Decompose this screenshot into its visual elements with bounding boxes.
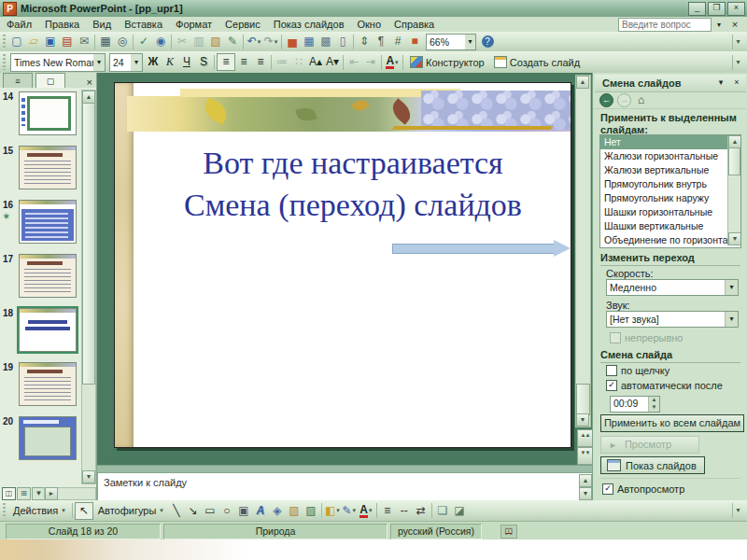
minimize-button[interactable]: _ [688,2,706,16]
ask-question-input[interactable] [618,18,712,32]
select-objects-icon[interactable]: ↖ [75,502,93,520]
sound-select[interactable]: [Нет звука] ▾ [606,311,739,328]
toolbar-options-icon[interactable]: ▾ [732,55,743,70]
open-icon[interactable]: ▱ [25,34,42,49]
menu-item-5[interactable]: Формат [169,17,218,32]
decrease-indent-icon[interactable]: ⇤ [345,54,362,70]
increase-indent-icon[interactable]: ⇥ [362,54,379,70]
zoom-select[interactable]: 66%▾ [426,34,476,50]
normal-view-button[interactable]: ◫ [2,487,16,500]
scroll-down-icon[interactable]: ▼ [579,487,592,500]
thumbnails-scrollbar[interactable]: ▲ ▼ [81,90,96,484]
font-size-select[interactable]: 24 ▾ [109,53,143,72]
format-painter-icon[interactable]: ✎ [224,34,241,49]
slide-sorter-view-button[interactable]: ⊞ [17,487,31,500]
draw-font-color-icon[interactable]: А▾ [358,503,374,519]
scroll-right-icon[interactable]: ► [45,487,58,500]
toolbar-grip[interactable] [3,35,6,49]
underline-icon[interactable]: Ч [178,54,195,70]
transition-list-scrollbar[interactable]: ▲ ▼ [727,135,740,245]
toolbar-options-icon[interactable]: ▾ [732,503,743,518]
tab-slides[interactable]: ▢ [35,73,65,88]
scroll-down-icon[interactable]: ▼ [576,413,589,427]
slide-thumbnail-17[interactable] [19,254,77,298]
forward-button[interactable]: → [617,93,631,107]
scroll-up-icon[interactable]: ▲ [728,135,741,148]
align-center-icon[interactable]: ≡ [235,54,252,70]
next-slide-button[interactable]: ▼▼ [577,447,593,465]
chevron-down-icon[interactable]: ▾ [725,280,738,295]
slide-thumbnail-19[interactable] [19,362,77,406]
bold-icon[interactable]: Ж [145,54,162,70]
permission-icon[interactable]: ▤ [59,34,76,49]
close-button[interactable]: × [727,2,745,16]
draw-actions-button[interactable]: Действия ▾ [8,502,70,520]
cut-icon[interactable]: ✂ [174,34,190,49]
chevron-down-icon[interactable]: ▾ [714,77,727,90]
transition-option-4[interactable]: Прямоугольник внутрь [600,177,740,191]
play-preview-button[interactable]: ►Просмотр [600,436,699,454]
paste-icon[interactable]: ▧ [207,34,224,49]
color-grayscale-icon[interactable]: ■ [406,34,423,49]
auto-after-time-spinner[interactable]: 00:09 ▲▼ [610,396,660,413]
bullets-icon[interactable]: ∷ [290,54,307,70]
insert-hyperlink-icon[interactable]: ▯ [334,34,351,49]
scrollbar-thumb[interactable] [728,147,740,175]
clip-art-icon[interactable]: ▧ [286,503,303,519]
increase-font-icon[interactable]: A▴ [307,54,324,70]
spin-up-icon[interactable]: ▲ [649,397,659,404]
insert-picture-icon[interactable]: ▨ [303,503,319,519]
autoshapes-button[interactable]: Автофигуры ▾ [93,502,168,520]
insert-chart-icon[interactable]: ▅ [284,34,301,49]
transition-option-5[interactable]: Прямоугольник наружу [600,191,740,205]
new-icon[interactable]: ▢ [8,34,25,49]
speed-select[interactable]: Медленно ▾ [606,279,739,296]
previous-slide-button[interactable]: ▲▲ [577,429,593,447]
spin-down-icon[interactable]: ▼ [649,404,659,412]
slide-thumbnail-14[interactable] [19,91,77,135]
numbering-icon[interactable]: ≔ [274,54,290,70]
undo-icon[interactable]: ↶▾ [246,34,262,49]
diagram-icon[interactable]: ◈ [269,503,286,519]
redo-icon[interactable]: ↷▾ [262,34,279,49]
chevron-down-icon[interactable]: ▾ [713,18,725,32]
menu-item-3[interactable]: Вид [86,17,118,32]
menu-item-1[interactable]: Файл [0,17,38,32]
research-icon[interactable]: ◉ [152,34,169,49]
align-right-icon[interactable]: ≡ [252,54,269,70]
spelling-icon[interactable]: ✓ [135,34,152,49]
insert-table-icon[interactable]: ▦ [301,34,317,49]
new-slide-button[interactable]: Создать слайд [489,53,585,71]
scroll-up-icon[interactable]: ▲ [82,91,95,104]
arrow-style-icon[interactable]: ⇄ [413,503,430,519]
document-close-icon[interactable]: × [728,18,741,32]
print-preview-icon[interactable]: ◎ [114,34,131,49]
text-shadow-icon[interactable]: S [195,54,212,70]
oval-icon[interactable]: ○ [218,503,235,519]
align-left-icon[interactable]: ≡ [217,53,235,71]
autopreview-checkbox[interactable]: ✓Автопросмотр [602,483,684,495]
transition-option-6[interactable]: Шашки горизонтальные [600,205,740,219]
slide-thumbnail-18[interactable] [19,308,77,352]
transition-option-3[interactable]: Жалюзи вертикальные [600,163,740,177]
save-icon[interactable]: ▣ [42,34,59,49]
dash-style-icon[interactable]: -- [396,503,413,519]
close-pane-icon[interactable]: × [87,77,92,88]
thumbnails-h-scrollbar[interactable]: ◄ ► [44,487,96,500]
grid-icon[interactable]: # [389,34,406,49]
scroll-down-icon[interactable]: ▼ [728,232,741,245]
font-name-select[interactable]: Times New Roman ▾ [10,53,106,72]
wordart-icon[interactable]: A [252,503,269,519]
toolbar-grip[interactable] [3,503,6,517]
apply-to-all-button[interactable]: Применить ко всем слайдам [600,414,744,432]
toolbar-grip[interactable] [3,54,6,69]
design-template-status[interactable]: Природа [163,524,388,539]
slide-title-text[interactable]: Вот где настраивается Смена (переход) сл… [143,143,563,227]
arrow-icon[interactable]: ↘ [185,503,202,519]
scrollbar-thumb[interactable] [82,103,95,385]
scroll-up-icon[interactable]: ▲ [576,76,589,89]
transition-option-7[interactable]: Шашки вертикальные [600,219,740,233]
close-pane-icon[interactable]: × [730,77,743,90]
notes-pane[interactable]: Заметки к слайду ▲ ▼ [97,472,594,502]
copy-icon[interactable]: ▥ [190,34,207,49]
